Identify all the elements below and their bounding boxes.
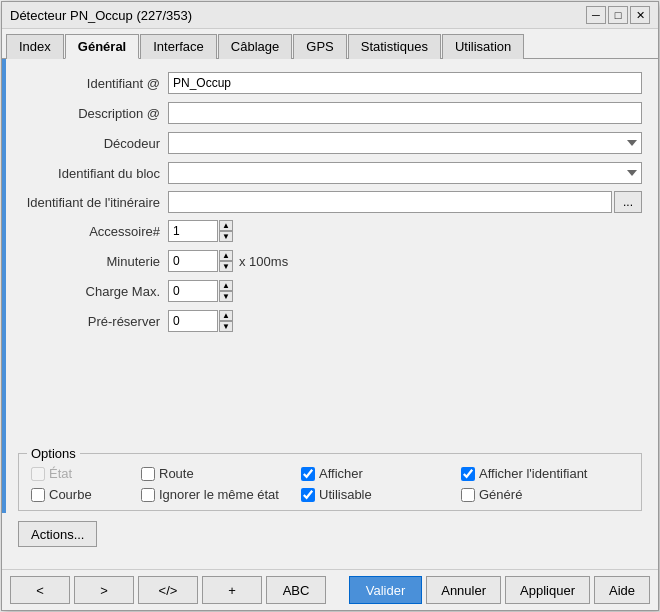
ignorer-label: Ignorer le même état bbox=[159, 487, 279, 502]
ignorer-checkbox[interactable] bbox=[141, 488, 155, 502]
tab-interface[interactable]: Interface bbox=[140, 34, 217, 59]
route-checkbox[interactable] bbox=[141, 467, 155, 481]
pre-reserver-up-button[interactable]: ▲ bbox=[219, 310, 233, 321]
minuterie-label: Minuterie bbox=[18, 254, 168, 269]
appliquer-button[interactable]: Appliquer bbox=[505, 576, 590, 604]
courbe-checkbox[interactable] bbox=[31, 488, 45, 502]
identifiant-label: Identifiant @ bbox=[18, 76, 168, 91]
annuler-button[interactable]: Annuler bbox=[426, 576, 501, 604]
charge-max-label: Charge Max. bbox=[18, 284, 168, 299]
utilisable-label: Utilisable bbox=[319, 487, 372, 502]
afficher-checkbox[interactable] bbox=[301, 467, 315, 481]
identifiant-itineraire-label: Identifiant de l'itinéraire bbox=[18, 195, 168, 210]
etat-label: État bbox=[49, 466, 72, 481]
pre-reserver-label: Pré-réserver bbox=[18, 314, 168, 329]
options-section: Options État Route Afficher Afficher l'i… bbox=[18, 453, 642, 511]
pre-reserver-row: Pré-réserver ▲ ▼ bbox=[18, 309, 642, 333]
charge-max-spinner-buttons: ▲ ▼ bbox=[219, 280, 233, 302]
content-area: Identifiant @ Description @ Décodeur Ide… bbox=[2, 59, 658, 569]
title-bar-buttons: ─ □ ✕ bbox=[586, 6, 650, 24]
aide-button[interactable]: Aide bbox=[594, 576, 650, 604]
code-button[interactable]: </> bbox=[138, 576, 198, 604]
actions-row: Actions... bbox=[18, 521, 642, 547]
pre-reserver-down-button[interactable]: ▼ bbox=[219, 321, 233, 332]
pre-reserver-spinner-buttons: ▲ ▼ bbox=[219, 310, 233, 332]
afficher-label: Afficher bbox=[319, 466, 363, 481]
genere-checkbox-item: Généré bbox=[461, 487, 621, 502]
window-title: Détecteur PN_Occup (227/353) bbox=[10, 8, 192, 23]
tab-utilisation[interactable]: Utilisation bbox=[442, 34, 524, 59]
itineraire-dots-button[interactable]: ... bbox=[614, 191, 642, 213]
tab-cablage[interactable]: Câblage bbox=[218, 34, 292, 59]
accessoire-down-button[interactable]: ▼ bbox=[219, 231, 233, 242]
decodeur-label: Décodeur bbox=[18, 136, 168, 151]
minuterie-spinner: ▲ ▼ x 100ms bbox=[168, 250, 288, 272]
genere-checkbox[interactable] bbox=[461, 488, 475, 502]
charge-max-up-button[interactable]: ▲ bbox=[219, 280, 233, 291]
description-row: Description @ bbox=[18, 101, 642, 125]
minuterie-spinner-buttons: ▲ ▼ bbox=[219, 250, 233, 272]
genere-label: Généré bbox=[479, 487, 522, 502]
title-bar: Détecteur PN_Occup (227/353) ─ □ ✕ bbox=[2, 2, 658, 29]
accessoire-spinner: ▲ ▼ bbox=[168, 220, 233, 242]
accessoire-spinner-buttons: ▲ ▼ bbox=[219, 220, 233, 242]
accessoire-label: Accessoire# bbox=[18, 224, 168, 239]
plus-button[interactable]: + bbox=[202, 576, 262, 604]
courbe-label: Courbe bbox=[49, 487, 92, 502]
route-label: Route bbox=[159, 466, 194, 481]
pre-reserver-spinner: ▲ ▼ bbox=[168, 310, 233, 332]
description-input[interactable] bbox=[168, 102, 642, 124]
accessoire-up-button[interactable]: ▲ bbox=[219, 220, 233, 231]
afficher-identifiant-label: Afficher l'identifiant bbox=[479, 466, 587, 481]
etat-checkbox-item: État bbox=[31, 466, 141, 481]
charge-max-input[interactable] bbox=[168, 280, 218, 302]
charge-max-down-button[interactable]: ▼ bbox=[219, 291, 233, 302]
decodeur-select[interactable] bbox=[168, 132, 642, 154]
prev-button[interactable]: < bbox=[10, 576, 70, 604]
next-button[interactable]: > bbox=[74, 576, 134, 604]
identifiant-itineraire-row: Identifiant de l'itinéraire ... bbox=[18, 191, 642, 213]
minuterie-down-button[interactable]: ▼ bbox=[219, 261, 233, 272]
afficher-identifiant-checkbox[interactable] bbox=[461, 467, 475, 481]
tab-gps[interactable]: GPS bbox=[293, 34, 346, 59]
maximize-button[interactable]: □ bbox=[608, 6, 628, 24]
utilisable-checkbox[interactable] bbox=[301, 488, 315, 502]
main-window: Détecteur PN_Occup (227/353) ─ □ ✕ Index… bbox=[1, 1, 659, 611]
identifiant-bloc-row: Identifiant du bloc bbox=[18, 161, 642, 185]
afficher-identifiant-checkbox-item: Afficher l'identifiant bbox=[461, 466, 621, 481]
pre-reserver-input[interactable] bbox=[168, 310, 218, 332]
tab-general[interactable]: Général bbox=[65, 34, 139, 59]
accessoire-row: Accessoire# ▲ ▼ bbox=[18, 219, 642, 243]
courbe-checkbox-item: Courbe bbox=[31, 487, 141, 502]
accessoire-input[interactable] bbox=[168, 220, 218, 242]
description-label: Description @ bbox=[18, 106, 168, 121]
etat-checkbox[interactable] bbox=[31, 467, 45, 481]
form-section: Identifiant @ Description @ Décodeur Ide… bbox=[18, 71, 642, 453]
bottom-bar: < > </> + ABC Valider Annuler Appliquer … bbox=[2, 569, 658, 610]
tab-index[interactable]: Index bbox=[6, 34, 64, 59]
minuterie-row: Minuterie ▲ ▼ x 100ms bbox=[18, 249, 642, 273]
charge-max-row: Charge Max. ▲ ▼ bbox=[18, 279, 642, 303]
tab-statistiques[interactable]: Statistiques bbox=[348, 34, 441, 59]
actions-button[interactable]: Actions... bbox=[18, 521, 97, 547]
minimize-button[interactable]: ─ bbox=[586, 6, 606, 24]
utilisable-checkbox-item: Utilisable bbox=[301, 487, 461, 502]
charge-max-spinner: ▲ ▼ bbox=[168, 280, 233, 302]
identifiant-input[interactable] bbox=[168, 72, 642, 94]
identifiant-bloc-select[interactable] bbox=[168, 162, 642, 184]
minuterie-input[interactable] bbox=[168, 250, 218, 272]
ignorer-checkbox-item: Ignorer le même état bbox=[141, 487, 301, 502]
minuterie-suffix: x 100ms bbox=[239, 254, 288, 269]
identifiant-row: Identifiant @ bbox=[18, 71, 642, 95]
route-checkbox-item: Route bbox=[141, 466, 301, 481]
close-button[interactable]: ✕ bbox=[630, 6, 650, 24]
identifiant-bloc-label: Identifiant du bloc bbox=[18, 166, 168, 181]
options-legend: Options bbox=[27, 446, 80, 461]
tab-bar: Index Général Interface Câblage GPS Stat… bbox=[2, 29, 658, 59]
identifiant-itineraire-input[interactable] bbox=[168, 191, 612, 213]
minuterie-up-button[interactable]: ▲ bbox=[219, 250, 233, 261]
valider-button[interactable]: Valider bbox=[349, 576, 423, 604]
afficher-checkbox-item: Afficher bbox=[301, 466, 461, 481]
decodeur-row: Décodeur bbox=[18, 131, 642, 155]
abc-button[interactable]: ABC bbox=[266, 576, 326, 604]
